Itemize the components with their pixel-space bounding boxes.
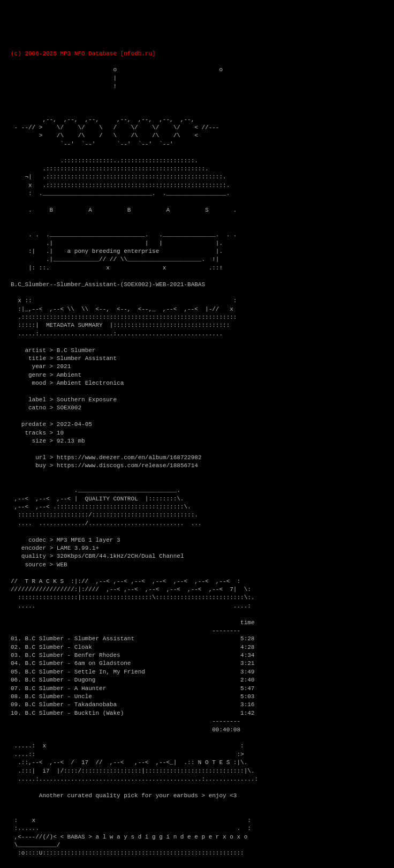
encoder-value: LAME 3.99.1+ — [57, 545, 99, 551]
title-label: title — [28, 355, 46, 362]
title-line: B.C_Slumber--Slumber_Assistant-(SOEX002)… — [11, 281, 205, 288]
codec-label: codec — [28, 537, 46, 543]
tracks-label: tracks — [25, 430, 46, 436]
title-value: Slumber Assistant — [57, 355, 117, 362]
quality-label: quality — [21, 553, 46, 559]
artist-label: artist — [25, 347, 46, 354]
year-value: 2021 — [57, 363, 71, 370]
url-label: url — [35, 454, 46, 461]
page-content: (c) 2006-2025 MP3 NFO Database [nfodb.ru… — [11, 41, 383, 868]
catno-label: catno — [28, 405, 46, 411]
track-10: 10. B.C Slumber - Bucktin (Wake) 1:42 — [11, 710, 254, 716]
mood-label: mood — [32, 380, 46, 386]
url-value: https://www.deezer.com/en/album/16872298… — [57, 454, 202, 461]
artist-value: B.C Slumber — [57, 347, 96, 354]
track-03: 03. B.C Slumber - Benfer Rhodes 4:34 — [11, 652, 254, 659]
year-label: year — [32, 363, 46, 370]
label-value: Southern Exposure — [57, 396, 117, 403]
track-09: 09. B.C Slumber - Takadanobaba 3:16 — [11, 701, 254, 708]
track-06: 06. B.C Slumber - Dugong 2:40 — [11, 677, 254, 683]
notes-text: Another curated quality pick for your ea… — [39, 792, 237, 799]
track-04: 04. B.C Slumber - 6am on Gladstone 3:21 — [11, 660, 254, 667]
source-value: WEB — [57, 562, 67, 568]
buy-value: https://www.discogs.com/release/18856714 — [57, 462, 198, 469]
track-08: 08. B.C Slumber - Uncle 5:03 — [11, 693, 254, 700]
size-value: 92.13 mb — [57, 438, 85, 444]
copyright-header: (c) 2006-2025 MP3 NFO Database [nfodb.ru… — [11, 50, 156, 57]
source-label: source — [25, 562, 46, 568]
track-05: 05. B.C Slumber - Settle In, My Friend 3… — [11, 669, 254, 675]
quality-value: 320Kbps/CBR/44.1kHz/2CH/Dual Channel — [57, 553, 184, 559]
mood-value: Ambient Electronica — [57, 380, 124, 386]
predate-label: predate — [21, 421, 46, 428]
tracks-value: 10 — [57, 430, 64, 436]
encoder-label: encoder — [21, 545, 46, 551]
track-02: 02. B.C Slumber - Cloak 4:28 — [11, 644, 254, 650]
codec-value: MP3 MPEG 1 layer 3 — [57, 537, 120, 543]
label-label: label — [28, 396, 46, 403]
buy-label: buy — [35, 462, 46, 469]
predate-value: 2022-04-05 — [57, 421, 92, 428]
catno-value: SOEX002 — [57, 405, 81, 411]
time-header: time — [240, 619, 254, 626]
genre-label: genre — [28, 372, 46, 378]
track-01: 01. B.C Slumber - Slumber Assistant 5:28 — [11, 635, 254, 642]
track-07: 07. B.C Slumber - A Haunter 5:47 — [11, 685, 254, 692]
genre-value: Ambient — [57, 372, 81, 378]
size-label: size — [32, 438, 46, 444]
total-time: 00:40:08 — [212, 727, 240, 733]
